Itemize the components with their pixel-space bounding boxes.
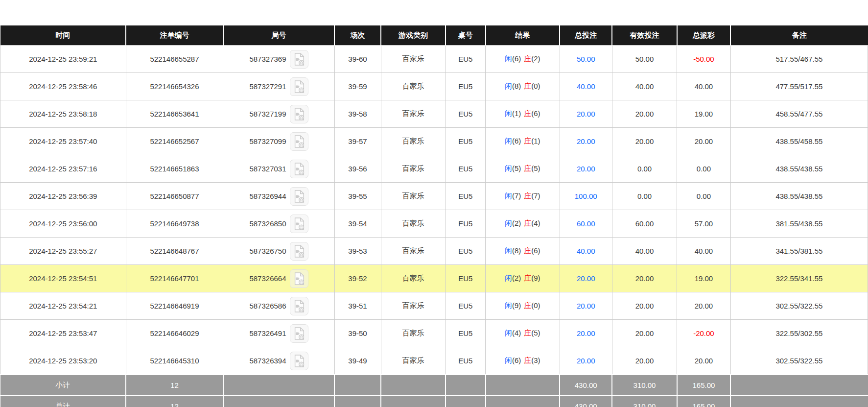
- column-header-table-number: 桌号: [446, 25, 485, 46]
- table-footer: 小计 12 430.00 310.00 165.00 总计 12 430.00 …: [0, 375, 868, 407]
- video-replay-icon[interactable]: [290, 242, 308, 261]
- remark-cell: 341.55/381.55: [730, 238, 868, 265]
- player-result-value: (4): [512, 329, 521, 337]
- video-replay-icon[interactable]: [290, 160, 308, 178]
- valid-bet-cell: 0.00: [612, 183, 677, 210]
- player-result-label: 闲: [505, 164, 512, 172]
- video-replay-icon[interactable]: [290, 269, 308, 288]
- session-cell: 39-58: [334, 100, 381, 128]
- summary-empty-session: [334, 396, 381, 407]
- column-header-round-number: 局号: [223, 25, 334, 46]
- video-replay-icon[interactable]: [290, 105, 308, 123]
- result-cell: 闲(6)庄(2): [486, 46, 560, 73]
- banker-result-label: 庄: [524, 356, 531, 364]
- video-replay-icon[interactable]: [290, 352, 308, 370]
- video-replay-icon[interactable]: [290, 77, 308, 96]
- player-result-label: 闲: [505, 219, 512, 227]
- player-result-label: 闲: [505, 246, 512, 255]
- summary-label: 小计: [0, 375, 126, 396]
- column-header-total-bet: 总投注: [560, 25, 612, 46]
- banker-result-value: (1): [531, 137, 540, 145]
- round-number-cell: 587326491: [223, 320, 334, 347]
- video-replay-icon[interactable]: [290, 132, 308, 151]
- player-result-value: (6): [512, 137, 521, 145]
- bet-number-cell: 522146653641: [126, 100, 223, 128]
- round-number-cell: 587327291: [223, 73, 334, 100]
- valid-bet-cell: 60.00: [612, 210, 677, 238]
- time-cell: 2024-12-25 23:55:27: [0, 238, 126, 265]
- result-cell: 闲(8)庄(0): [486, 73, 560, 100]
- bet-number-cell: 522146655287: [126, 46, 223, 73]
- summary-count: 12: [126, 375, 223, 396]
- banker-result-value: (4): [531, 219, 540, 227]
- video-replay-icon[interactable]: [290, 187, 308, 206]
- total-payout-cell: 40.00: [677, 238, 731, 265]
- column-header-total-payout: 总派彩: [677, 25, 731, 46]
- table-row[interactable]: 2024-12-25 23:58:46 522146654326 5873272…: [0, 73, 868, 100]
- summary-valid-bet: 310.00: [612, 396, 677, 407]
- total-bet-cell: 20.00: [560, 265, 612, 292]
- remark-cell: 517.55/467.55: [730, 46, 868, 73]
- summary-empty-session: [334, 375, 381, 396]
- video-replay-icon[interactable]: [290, 297, 308, 315]
- result-cell: 闲(2)庄(9): [486, 265, 560, 292]
- table-number-cell: EU5: [446, 100, 485, 128]
- player-result-label: 闲: [505, 109, 512, 118]
- table-row[interactable]: 2024-12-25 23:59:21 522146655287 5873273…: [0, 46, 868, 73]
- table-row[interactable]: 2024-12-25 23:55:27 522146648767 5873267…: [0, 238, 868, 265]
- video-replay-icon[interactable]: [290, 324, 308, 343]
- table-row[interactable]: 2024-12-25 23:56:39 522146650877 5873269…: [0, 183, 868, 210]
- column-header-bet-number: 注单编号: [126, 25, 223, 46]
- valid-bet-cell: 40.00: [612, 238, 677, 265]
- round-number-value: 587327031: [249, 165, 286, 173]
- total-bet-cell: 20.00: [560, 128, 612, 155]
- round-number-value: 587327291: [249, 82, 286, 91]
- bet-number-cell: 522146647701: [126, 265, 223, 292]
- valid-bet-cell: 20.00: [612, 100, 677, 128]
- session-cell: 39-55: [334, 183, 381, 210]
- time-cell: 2024-12-25 23:54:21: [0, 292, 126, 320]
- table-row[interactable]: 2024-12-25 23:54:21 522146646919 5873265…: [0, 292, 868, 320]
- total-bet-cell: 20.00: [560, 347, 612, 375]
- banker-result-value: (5): [531, 329, 540, 337]
- valid-bet-cell: 40.00: [612, 73, 677, 100]
- bet-number-cell: 522146651863: [126, 155, 223, 183]
- summary-empty-table: [446, 375, 485, 396]
- banker-result-label: 庄: [524, 219, 531, 227]
- bet-number-cell: 522146648767: [126, 238, 223, 265]
- table-row[interactable]: 2024-12-25 23:56:00 522146649738 5873268…: [0, 210, 868, 238]
- table-number-cell: EU5: [446, 46, 485, 73]
- result-cell: 闲(8)庄(6): [486, 238, 560, 265]
- result-cell: 闲(6)庄(1): [486, 128, 560, 155]
- video-replay-icon[interactable]: [290, 50, 308, 69]
- remark-cell: 381.55/438.55: [730, 210, 868, 238]
- round-number-value: 587326944: [249, 192, 286, 200]
- time-cell: 2024-12-25 23:57:40: [0, 128, 126, 155]
- valid-bet-cell: 20.00: [612, 128, 677, 155]
- bet-number-cell: 522146652567: [126, 128, 223, 155]
- table-row[interactable]: 2024-12-25 23:57:40 522146652567 5873270…: [0, 128, 868, 155]
- banker-result-label: 庄: [524, 82, 531, 90]
- total-payout-cell: 20.00: [677, 347, 731, 375]
- banker-result-label: 庄: [524, 109, 531, 118]
- summary-empty-table: [446, 396, 485, 407]
- game-type-cell: 百家乐: [381, 73, 446, 100]
- banker-result-value: (5): [531, 164, 540, 172]
- game-type-cell: 百家乐: [381, 100, 446, 128]
- banker-result-value: (2): [531, 54, 540, 63]
- table-row[interactable]: 2024-12-25 23:57:16 522146651863 5873270…: [0, 155, 868, 183]
- video-replay-icon[interactable]: [290, 215, 308, 233]
- result-cell: 闲(4)庄(5): [486, 320, 560, 347]
- total-payout-cell: 0.00: [677, 183, 731, 210]
- session-cell: 39-51: [334, 292, 381, 320]
- table-row[interactable]: 2024-12-25 23:54:51 522146647701 5873266…: [0, 265, 868, 292]
- total-bet-cell: 50.00: [560, 46, 612, 73]
- banker-result-value: (0): [531, 82, 540, 90]
- table-row[interactable]: 2024-12-25 23:53:20 522146645310 5873263…: [0, 347, 868, 375]
- valid-bet-cell: 20.00: [612, 265, 677, 292]
- summary-empty-result: [486, 375, 560, 396]
- table-row[interactable]: 2024-12-25 23:58:18 522146653641 5873271…: [0, 100, 868, 128]
- time-cell: 2024-12-25 23:56:39: [0, 183, 126, 210]
- total-bet-cell: 100.00: [560, 183, 612, 210]
- table-row[interactable]: 2024-12-25 23:53:47 522146646029 5873264…: [0, 320, 868, 347]
